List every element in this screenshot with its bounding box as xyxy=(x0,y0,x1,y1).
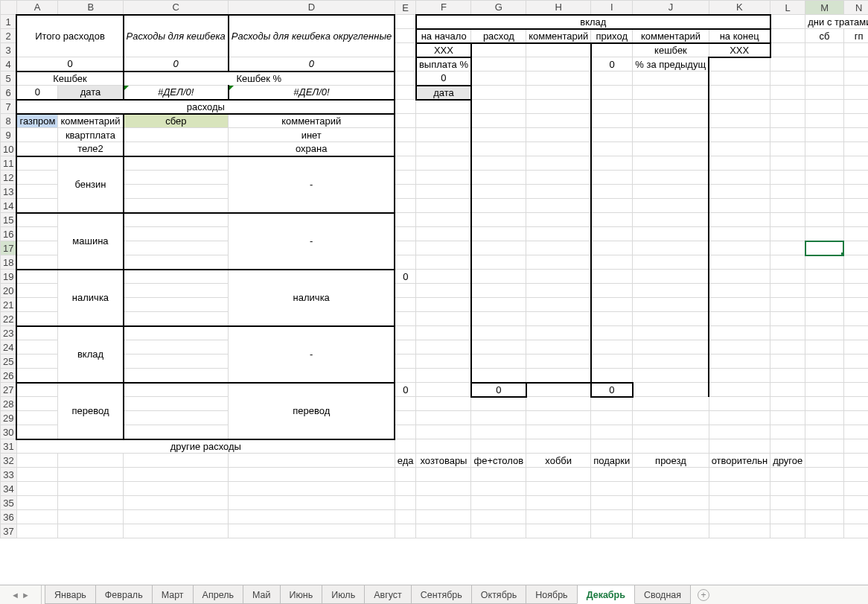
column-headers[interactable]: A B C D E F G H I J K L M N xyxy=(1,1,869,15)
sheet-tab[interactable]: Февраль xyxy=(95,585,153,604)
cell[interactable]: фе+столов xyxy=(471,454,526,468)
spreadsheet-grid[interactable]: A B C D E F G H I J K L M N 1 Итого расх… xyxy=(0,0,868,538)
cell[interactable]: проезд xyxy=(633,454,709,468)
sheet-tab[interactable]: Июнь xyxy=(280,585,323,604)
cell[interactable]: квартплата xyxy=(58,128,124,142)
cell[interactable]: перевод xyxy=(58,383,124,439)
cell[interactable]: теле2 xyxy=(58,142,124,156)
col-C[interactable]: C xyxy=(124,1,229,15)
row-5[interactable]: 5 xyxy=(1,71,17,86)
row-9[interactable]: 9 xyxy=(1,128,17,142)
sheet-tab[interactable]: Ноябрь xyxy=(526,585,577,604)
cell[interactable]: комментарий xyxy=(58,114,124,128)
row-11[interactable]: 11 xyxy=(1,156,17,171)
row-35[interactable]: 35 xyxy=(1,496,17,510)
col-N[interactable]: N xyxy=(843,1,868,15)
row-20[interactable]: 20 xyxy=(1,284,17,298)
cell[interactable]: наличка xyxy=(58,270,124,326)
row-27[interactable]: 27 xyxy=(1,383,17,397)
cell[interactable]: 0 xyxy=(591,383,633,397)
row-25[interactable]: 25 xyxy=(1,355,17,369)
row-12[interactable]: 12 xyxy=(1,171,17,185)
row-34[interactable]: 34 xyxy=(1,482,17,496)
row-26[interactable]: 26 xyxy=(1,369,17,383)
cell[interactable]: Расходы для кешбека округленные xyxy=(229,15,395,57)
col-M[interactable]: M xyxy=(805,1,844,15)
select-all-corner[interactable] xyxy=(1,1,17,15)
row-10[interactable]: 10 xyxy=(1,142,17,156)
sheet-tab[interactable]: Сентябрь xyxy=(411,585,472,604)
row-24[interactable]: 24 xyxy=(1,340,17,355)
cell[interactable]: гп xyxy=(843,29,868,43)
cell[interactable]: бензин xyxy=(58,156,124,213)
cell[interactable]: 0 xyxy=(416,71,471,86)
cell[interactable]: расходы xyxy=(16,100,395,114)
cell[interactable]: XXX xyxy=(416,43,471,57)
cell[interactable]: 0 xyxy=(229,57,395,71)
row-31[interactable]: 31 xyxy=(1,439,17,454)
cell[interactable]: машина xyxy=(58,213,124,270)
cell[interactable]: Кешбек % xyxy=(124,71,395,86)
sheet-tab[interactable]: Сводная xyxy=(634,585,691,604)
cell[interactable]: % за предыдущ xyxy=(633,57,709,71)
row-36[interactable]: 36 xyxy=(1,510,17,524)
cell[interactable]: газпром xyxy=(16,114,57,128)
cell[interactable]: хозтовары xyxy=(416,454,471,468)
cell[interactable]: XXX xyxy=(709,43,770,57)
row-7[interactable]: 7 xyxy=(1,100,17,114)
sheet-tab[interactable]: Март xyxy=(152,585,194,604)
col-I[interactable]: I xyxy=(591,1,633,15)
row-2[interactable]: 2 xyxy=(1,29,17,43)
row-28[interactable]: 28 xyxy=(1,397,17,411)
cell[interactable]: Кешбек xyxy=(16,71,123,86)
cell[interactable]: приход xyxy=(591,29,633,43)
tab-nav-arrows[interactable]: ◄ ► xyxy=(0,585,42,604)
cell[interactable]: еда xyxy=(395,454,416,468)
cell[interactable]: инет xyxy=(229,128,395,142)
col-D[interactable]: D xyxy=(229,1,395,15)
sheet-tab[interactable]: Январь xyxy=(45,585,96,604)
cell[interactable]: 0 xyxy=(591,57,633,71)
row-13[interactable]: 13 xyxy=(1,185,17,199)
cell[interactable]: наличка xyxy=(229,270,395,326)
cell[interactable]: 0 xyxy=(124,57,229,71)
row-15[interactable]: 15 xyxy=(1,213,17,227)
cell[interactable]: перевод xyxy=(229,383,395,439)
cell[interactable]: выплата % xyxy=(416,57,471,71)
row-8[interactable]: 8 xyxy=(1,114,17,128)
cell[interactable]: 0 xyxy=(16,86,57,100)
cell[interactable]: 0 xyxy=(395,270,416,284)
cell[interactable]: комментарий xyxy=(229,114,395,128)
cell[interactable]: - xyxy=(229,156,395,213)
col-L[interactable]: L xyxy=(770,1,805,15)
cell[interactable]: #ДЕЛ/0! xyxy=(229,86,395,100)
cell[interactable]: другие расходы xyxy=(16,439,395,454)
cell[interactable]: хобби xyxy=(526,454,591,468)
cell[interactable]: 0 xyxy=(16,57,123,71)
cell[interactable]: охрана xyxy=(229,142,395,156)
cell[interactable]: дни с тратами xyxy=(805,15,868,29)
row-33[interactable]: 33 xyxy=(1,468,17,482)
cell[interactable]: дата xyxy=(416,86,471,100)
cell[interactable]: отворительн xyxy=(709,454,770,468)
row-18[interactable]: 18 xyxy=(1,255,17,270)
col-J[interactable]: J xyxy=(633,1,709,15)
sheet-tab[interactable]: Июль xyxy=(322,585,365,604)
cell[interactable]: #ДЕЛ/0! xyxy=(124,86,229,100)
sheet-tab[interactable]: Апрель xyxy=(193,585,243,604)
cell[interactable]: - xyxy=(229,213,395,270)
new-sheet-button[interactable]: + xyxy=(690,585,717,604)
row-21[interactable]: 21 xyxy=(1,298,17,312)
col-H[interactable]: H xyxy=(526,1,591,15)
cell[interactable]: расход xyxy=(471,29,526,43)
cell[interactable]: комментарий xyxy=(526,29,591,43)
selected-cell[interactable] xyxy=(805,241,844,255)
cell[interactable]: на начало xyxy=(416,29,471,43)
cell[interactable]: кешбек xyxy=(633,43,709,57)
cell[interactable]: - xyxy=(229,326,395,383)
row-22[interactable]: 22 xyxy=(1,312,17,326)
cell[interactable]: сб xyxy=(805,29,844,43)
row-30[interactable]: 30 xyxy=(1,425,17,439)
cell[interactable]: подарки xyxy=(591,454,633,468)
col-E[interactable]: E xyxy=(395,1,416,15)
